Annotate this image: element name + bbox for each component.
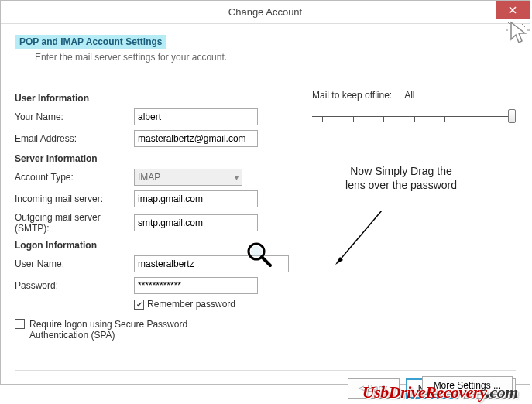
slider-thumb[interactable] bbox=[508, 109, 516, 123]
mail-offline-label: Mail to keep offline: bbox=[312, 90, 392, 101]
watermark-main: UsbDriveRecovery bbox=[362, 382, 486, 402]
divider bbox=[15, 77, 516, 77]
username-label: User Name: bbox=[15, 258, 134, 269]
account-type-value: IMAP bbox=[138, 172, 160, 183]
slider-tick bbox=[322, 117, 323, 122]
remember-password-checkbox[interactable]: ✔ bbox=[134, 300, 144, 310]
incoming-label: Incoming mail server: bbox=[15, 193, 134, 204]
titlebar: Change Account bbox=[1, 1, 530, 24]
page-subheading: Enter the mail server settings for your … bbox=[35, 52, 516, 63]
cursor-click-icon bbox=[506, 21, 530, 47]
slider-tick bbox=[383, 117, 384, 122]
change-account-window: Change Account POP and IMAP Account Sett… bbox=[0, 0, 530, 385]
remember-password-label: Remember password bbox=[147, 299, 235, 310]
slider-tick bbox=[475, 117, 475, 122]
password-input[interactable] bbox=[134, 277, 258, 294]
outgoing-label: Outgoing mail server (SMTP): bbox=[15, 212, 134, 234]
server-info-heading: Server Information bbox=[15, 153, 289, 164]
mail-offline-value: All bbox=[404, 90, 414, 101]
outgoing-server-input[interactable] bbox=[134, 214, 258, 231]
email-label: Email Address: bbox=[15, 133, 134, 144]
svg-line-0 bbox=[338, 211, 382, 262]
username-input[interactable] bbox=[134, 255, 289, 272]
slider-tick bbox=[414, 117, 415, 122]
logon-info-heading: Logon Information bbox=[15, 240, 289, 251]
password-label: Password: bbox=[15, 280, 134, 291]
account-type-select: IMAP ▾ bbox=[134, 169, 242, 186]
mail-offline-slider[interactable] bbox=[312, 108, 516, 125]
your-name-input[interactable] bbox=[134, 108, 258, 125]
watermark-suffix: .com bbox=[486, 382, 518, 402]
slider-tick bbox=[353, 117, 354, 122]
slider-tick bbox=[444, 117, 445, 122]
account-type-label: Account Type: bbox=[15, 172, 134, 183]
your-name-label: Your Name: bbox=[15, 111, 134, 122]
spa-checkbox[interactable] bbox=[15, 319, 25, 329]
instruction-callout: Now Simply Drag the lens over the passwo… bbox=[343, 164, 459, 192]
page-heading: POP and IMAP Account Settings bbox=[15, 35, 166, 49]
user-info-heading: User Information bbox=[15, 93, 289, 104]
watermark: UsbDriveRecovery.com bbox=[362, 382, 518, 402]
close-icon bbox=[509, 6, 517, 14]
window-title: Change Account bbox=[228, 6, 302, 18]
close-button[interactable] bbox=[496, 1, 530, 19]
spa-label: Require logon using Secure Password Auth… bbox=[29, 319, 246, 341]
chevron-down-icon: ▾ bbox=[235, 173, 239, 182]
callout-arrow bbox=[335, 211, 397, 272]
email-input[interactable] bbox=[134, 130, 258, 147]
slider-track bbox=[312, 116, 511, 117]
incoming-server-input[interactable] bbox=[134, 190, 258, 207]
content-area: POP and IMAP Account Settings Enter the … bbox=[1, 24, 530, 404]
